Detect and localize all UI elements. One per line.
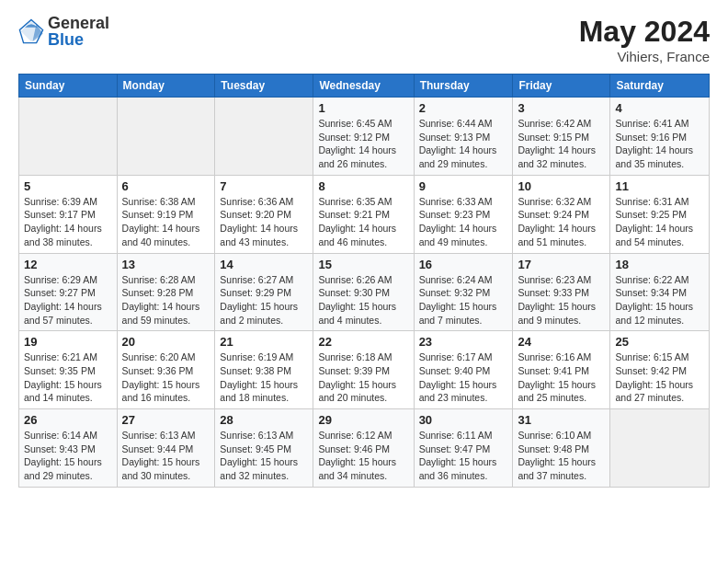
day-number: 30 [419, 413, 508, 427]
header: General Blue May 2024 Vihiers, France [18, 15, 710, 64]
day-info: Sunrise: 6:38 AMSunset: 9:19 PMDaylight:… [122, 195, 210, 249]
day-info: Sunrise: 6:31 AMSunset: 9:25 PMDaylight:… [615, 195, 704, 249]
title-block: May 2024 Vihiers, France [579, 15, 710, 64]
day-info: Sunrise: 6:21 AMSunset: 9:35 PMDaylight:… [24, 350, 112, 405]
day-info: Sunrise: 6:28 AMSunset: 9:28 PMDaylight:… [122, 273, 210, 327]
page: General Blue May 2024 Vihiers, France Su… [0, 0, 728, 563]
day-number: 22 [318, 335, 408, 349]
day-info: Sunrise: 6:24 AMSunset: 9:32 PMDaylight:… [419, 273, 508, 327]
col-friday: Friday [513, 75, 610, 98]
logo-general: General [48, 15, 109, 31]
day-info: Sunrise: 6:12 AMSunset: 9:46 PMDaylight:… [318, 429, 408, 483]
day-info: Sunrise: 6:13 AMSunset: 9:44 PMDaylight:… [122, 429, 210, 483]
calendar-cell: 2Sunrise: 6:44 AMSunset: 9:13 PMDaylight… [414, 98, 513, 176]
logo: General Blue [18, 15, 109, 48]
calendar-cell: 1Sunrise: 6:45 AMSunset: 9:12 PMDaylight… [313, 98, 414, 176]
day-number: 14 [220, 258, 308, 271]
day-info: Sunrise: 6:15 AMSunset: 9:42 PMDaylight:… [615, 350, 704, 405]
logo-icon [18, 18, 44, 44]
day-number: 23 [419, 335, 508, 349]
calendar-cell [610, 409, 710, 488]
col-sunday: Sunday [19, 75, 118, 98]
calendar-week-row: 26Sunrise: 6:14 AMSunset: 9:43 PMDayligh… [19, 409, 710, 488]
calendar-cell: 14Sunrise: 6:27 AMSunset: 9:29 PMDayligh… [215, 253, 313, 331]
calendar-cell: 9Sunrise: 6:33 AMSunset: 9:23 PMDaylight… [414, 175, 513, 253]
day-number: 11 [615, 179, 704, 193]
day-number: 15 [318, 258, 408, 271]
calendar-cell [215, 98, 313, 176]
day-number: 19 [24, 335, 112, 349]
calendar-cell: 27Sunrise: 6:13 AMSunset: 9:44 PMDayligh… [117, 409, 215, 488]
day-info: Sunrise: 6:41 AMSunset: 9:16 PMDaylight:… [615, 117, 704, 171]
calendar-cell: 31Sunrise: 6:10 AMSunset: 9:48 PMDayligh… [513, 409, 610, 488]
calendar-week-row: 19Sunrise: 6:21 AMSunset: 9:35 PMDayligh… [19, 331, 710, 409]
calendar-cell: 13Sunrise: 6:28 AMSunset: 9:28 PMDayligh… [117, 253, 215, 331]
calendar-cell: 12Sunrise: 6:29 AMSunset: 9:27 PMDayligh… [19, 253, 118, 331]
day-info: Sunrise: 6:39 AMSunset: 9:17 PMDaylight:… [24, 195, 112, 249]
calendar-cell [19, 98, 118, 176]
calendar-cell: 16Sunrise: 6:24 AMSunset: 9:32 PMDayligh… [414, 253, 513, 331]
calendar-cell: 7Sunrise: 6:36 AMSunset: 9:20 PMDaylight… [215, 175, 313, 253]
day-number: 1 [318, 101, 408, 115]
day-info: Sunrise: 6:13 AMSunset: 9:45 PMDaylight:… [220, 429, 308, 483]
calendar-cell: 29Sunrise: 6:12 AMSunset: 9:46 PMDayligh… [313, 409, 414, 488]
day-info: Sunrise: 6:11 AMSunset: 9:47 PMDaylight:… [419, 429, 508, 483]
day-info: Sunrise: 6:42 AMSunset: 9:15 PMDaylight:… [518, 117, 605, 171]
day-number: 29 [318, 413, 408, 427]
day-number: 12 [24, 258, 112, 271]
calendar-cell: 10Sunrise: 6:32 AMSunset: 9:24 PMDayligh… [513, 175, 610, 253]
day-info: Sunrise: 6:20 AMSunset: 9:36 PMDaylight:… [122, 350, 210, 405]
day-number: 7 [220, 179, 308, 193]
calendar-cell: 30Sunrise: 6:11 AMSunset: 9:47 PMDayligh… [414, 409, 513, 488]
logo-blue: Blue [48, 31, 109, 48]
day-info: Sunrise: 6:14 AMSunset: 9:43 PMDaylight:… [24, 429, 112, 483]
day-info: Sunrise: 6:26 AMSunset: 9:30 PMDaylight:… [318, 273, 408, 327]
day-number: 25 [615, 335, 704, 349]
calendar-cell: 8Sunrise: 6:35 AMSunset: 9:21 PMDaylight… [313, 175, 414, 253]
col-thursday: Thursday [414, 75, 513, 98]
calendar-week-row: 5Sunrise: 6:39 AMSunset: 9:17 PMDaylight… [19, 175, 710, 253]
logo-text: General Blue [48, 15, 109, 48]
day-number: 6 [122, 179, 210, 193]
day-info: Sunrise: 6:32 AMSunset: 9:24 PMDaylight:… [518, 195, 605, 249]
calendar-cell: 11Sunrise: 6:31 AMSunset: 9:25 PMDayligh… [610, 175, 710, 253]
day-number: 31 [518, 413, 605, 427]
calendar-cell: 18Sunrise: 6:22 AMSunset: 9:34 PMDayligh… [610, 253, 710, 331]
day-info: Sunrise: 6:44 AMSunset: 9:13 PMDaylight:… [419, 117, 508, 171]
calendar-cell [117, 98, 215, 176]
day-number: 4 [615, 101, 704, 115]
day-number: 5 [24, 179, 112, 193]
day-info: Sunrise: 6:22 AMSunset: 9:34 PMDaylight:… [615, 273, 704, 327]
day-number: 27 [122, 413, 210, 427]
calendar: Sunday Monday Tuesday Wednesday Thursday… [18, 74, 710, 488]
col-monday: Monday [117, 75, 215, 98]
day-number: 3 [518, 101, 605, 115]
calendar-cell: 19Sunrise: 6:21 AMSunset: 9:35 PMDayligh… [19, 331, 118, 409]
calendar-week-row: 12Sunrise: 6:29 AMSunset: 9:27 PMDayligh… [19, 253, 710, 331]
day-number: 21 [220, 335, 308, 349]
calendar-cell: 23Sunrise: 6:17 AMSunset: 9:40 PMDayligh… [414, 331, 513, 409]
day-number: 28 [220, 413, 308, 427]
calendar-header-row: Sunday Monday Tuesday Wednesday Thursday… [19, 75, 710, 98]
day-info: Sunrise: 6:27 AMSunset: 9:29 PMDaylight:… [220, 273, 308, 327]
calendar-cell: 4Sunrise: 6:41 AMSunset: 9:16 PMDaylight… [610, 98, 710, 176]
day-number: 9 [419, 179, 508, 193]
calendar-cell: 25Sunrise: 6:15 AMSunset: 9:42 PMDayligh… [610, 331, 710, 409]
day-number: 20 [122, 335, 210, 349]
day-number: 16 [419, 258, 508, 271]
calendar-cell: 24Sunrise: 6:16 AMSunset: 9:41 PMDayligh… [513, 331, 610, 409]
day-number: 26 [24, 413, 112, 427]
day-info: Sunrise: 6:33 AMSunset: 9:23 PMDaylight:… [419, 195, 508, 249]
day-info: Sunrise: 6:36 AMSunset: 9:20 PMDaylight:… [220, 195, 308, 249]
calendar-cell: 26Sunrise: 6:14 AMSunset: 9:43 PMDayligh… [19, 409, 118, 488]
day-info: Sunrise: 6:23 AMSunset: 9:33 PMDaylight:… [518, 273, 605, 327]
day-number: 8 [318, 179, 408, 193]
col-wednesday: Wednesday [313, 75, 414, 98]
day-info: Sunrise: 6:17 AMSunset: 9:40 PMDaylight:… [419, 350, 508, 405]
day-number: 24 [518, 335, 605, 349]
day-info: Sunrise: 6:18 AMSunset: 9:39 PMDaylight:… [318, 350, 408, 405]
day-info: Sunrise: 6:16 AMSunset: 9:41 PMDaylight:… [518, 350, 605, 405]
calendar-cell: 15Sunrise: 6:26 AMSunset: 9:30 PMDayligh… [313, 253, 414, 331]
day-info: Sunrise: 6:35 AMSunset: 9:21 PMDaylight:… [318, 195, 408, 249]
calendar-cell: 6Sunrise: 6:38 AMSunset: 9:19 PMDaylight… [117, 175, 215, 253]
